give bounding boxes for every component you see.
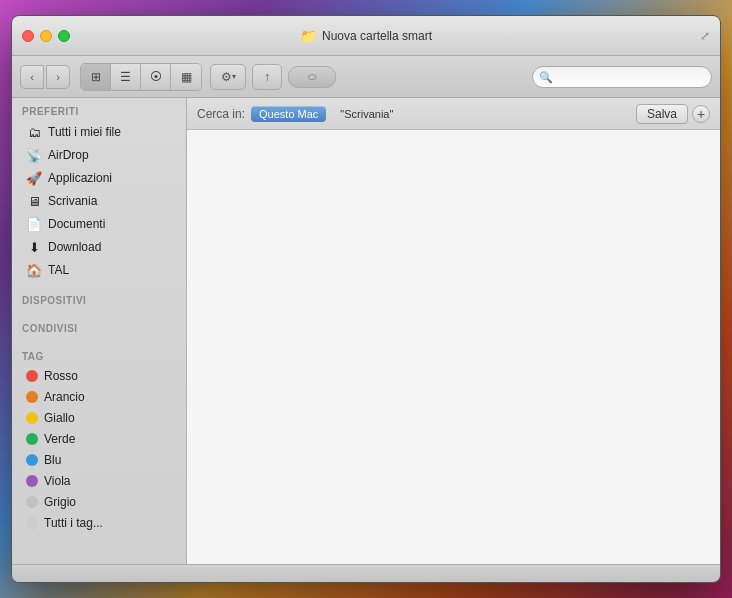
- dispositivi-section-label: DISPOSITIVI: [12, 287, 186, 309]
- sidebar-item-label: Grigio: [44, 495, 76, 509]
- sidebar-item-label: Blu: [44, 453, 61, 467]
- airdrop-icon: 📡: [26, 147, 42, 163]
- download-icon: ⬇: [26, 239, 42, 255]
- sidebar-item-applicazioni[interactable]: 🚀 Applicazioni: [16, 167, 182, 189]
- window-title: 📁 Nuova cartella smart: [300, 28, 432, 44]
- sidebar-item-label: Giallo: [44, 411, 75, 425]
- sidebar-item-documenti[interactable]: 📄 Documenti: [16, 213, 182, 235]
- search-container: 🔍: [532, 66, 712, 88]
- title-text: Nuova cartella smart: [322, 29, 432, 43]
- sidebar-item-label: Tutti i tag...: [44, 516, 103, 530]
- sidebar-item-tutti-miei-file[interactable]: 🗂 Tutti i miei file: [16, 121, 182, 143]
- arancio-dot: [26, 391, 38, 403]
- sidebar-item-tutti-tag[interactable]: Tutti i tag...: [16, 513, 182, 533]
- blu-dot: [26, 454, 38, 466]
- sidebar-item-label: Scrivania: [48, 194, 97, 208]
- maximize-button[interactable]: [58, 30, 70, 42]
- titlebar: 📁 Nuova cartella smart ⤢: [12, 16, 720, 56]
- gear-icon: ⚙: [221, 70, 232, 84]
- documenti-icon: 📄: [26, 216, 42, 232]
- action-button[interactable]: ⚙ ▾: [210, 64, 246, 90]
- search-input[interactable]: [532, 66, 712, 88]
- tal-icon: 🏠: [26, 262, 42, 278]
- traffic-lights: [22, 30, 70, 42]
- sidebar-item-viola[interactable]: Viola: [16, 471, 182, 491]
- column-view-button[interactable]: ⦿: [141, 64, 171, 90]
- verde-dot: [26, 433, 38, 445]
- list-view-button[interactable]: ☰: [111, 64, 141, 90]
- tag-section-label: TAG: [12, 343, 186, 365]
- minimize-button[interactable]: [40, 30, 52, 42]
- sidebar-item-tal[interactable]: 🏠 TAL: [16, 259, 182, 281]
- applicazioni-icon: 🚀: [26, 170, 42, 186]
- sidebar-item-label: AirDrop: [48, 148, 89, 162]
- sidebar-item-arancio[interactable]: Arancio: [16, 387, 182, 407]
- finder-window: 📁 Nuova cartella smart ⤢ ‹ › ⊞ ☰ ⦿: [11, 15, 721, 583]
- sidebar-item-label: TAL: [48, 263, 69, 277]
- cover-view-button[interactable]: ▦: [171, 64, 201, 90]
- sidebar-item-rosso[interactable]: Rosso: [16, 366, 182, 386]
- cover-view-icon: ▦: [181, 70, 192, 84]
- grigio-dot: [26, 496, 38, 508]
- close-button[interactable]: [22, 30, 34, 42]
- salva-button[interactable]: Salva: [636, 104, 688, 124]
- tutti-miei-file-icon: 🗂: [26, 124, 42, 140]
- sidebar-item-verde[interactable]: Verde: [16, 429, 182, 449]
- tag-button[interactable]: ⬭: [288, 66, 336, 88]
- sidebar-item-blu[interactable]: Blu: [16, 450, 182, 470]
- search-icon: 🔍: [539, 70, 553, 83]
- scope-scrivania-button[interactable]: "Scrivania": [332, 106, 401, 122]
- condivisi-section-label: CONDIVISI: [12, 315, 186, 337]
- forward-icon: ›: [56, 71, 60, 83]
- save-area: Salva +: [636, 104, 710, 124]
- nav-buttons: ‹ ›: [20, 65, 70, 89]
- scope-questo-mac-button[interactable]: Questo Mac: [251, 106, 326, 122]
- forward-button[interactable]: ›: [46, 65, 70, 89]
- back-button[interactable]: ‹: [20, 65, 44, 89]
- add-button[interactable]: +: [692, 105, 710, 123]
- sidebar-item-label: Verde: [44, 432, 75, 446]
- sidebar-item-label: Applicazioni: [48, 171, 112, 185]
- search-area: Cerca in: Questo Mac "Scrivania" Salva +: [187, 98, 720, 564]
- rosso-dot: [26, 370, 38, 382]
- main-area: PREFERITI 🗂 Tutti i miei file 📡 AirDrop …: [12, 98, 720, 564]
- viola-dot: [26, 475, 38, 487]
- icon-view-button[interactable]: ⊞: [81, 64, 111, 90]
- sidebar-item-label: Tutti i miei file: [48, 125, 121, 139]
- back-icon: ‹: [30, 71, 34, 83]
- tutti-tag-dot: [26, 517, 38, 529]
- folder-icon: 📁: [300, 28, 317, 44]
- sidebar-item-scrivania[interactable]: 🖥 Scrivania: [16, 190, 182, 212]
- sidebar-item-grigio[interactable]: Grigio: [16, 492, 182, 512]
- tag-icon: ⬭: [308, 71, 317, 83]
- sidebar-item-label: Documenti: [48, 217, 105, 231]
- bottom-bar: [12, 564, 720, 582]
- resize-icon[interactable]: ⤢: [700, 29, 710, 43]
- sidebar-item-label: Viola: [44, 474, 70, 488]
- content-area: [187, 130, 720, 564]
- view-buttons: ⊞ ☰ ⦿ ▦: [80, 63, 202, 91]
- column-view-icon: ⦿: [150, 70, 162, 84]
- share-button[interactable]: ↑: [252, 64, 282, 90]
- icon-view-icon: ⊞: [91, 70, 101, 84]
- sidebar-item-label: Download: [48, 240, 101, 254]
- sidebar: PREFERITI 🗂 Tutti i miei file 📡 AirDrop …: [12, 98, 187, 564]
- preferiti-section-label: PREFERITI: [12, 98, 186, 120]
- search-scope-bar: Cerca in: Questo Mac "Scrivania" Salva +: [187, 98, 720, 130]
- scrivania-icon: 🖥: [26, 193, 42, 209]
- sidebar-item-airdrop[interactable]: 📡 AirDrop: [16, 144, 182, 166]
- share-icon: ↑: [264, 70, 270, 84]
- toolbar: ‹ › ⊞ ☰ ⦿ ▦ ⚙ ▾ ↑: [12, 56, 720, 98]
- sidebar-item-giallo[interactable]: Giallo: [16, 408, 182, 428]
- giallo-dot: [26, 412, 38, 424]
- sidebar-item-download[interactable]: ⬇ Download: [16, 236, 182, 258]
- sidebar-item-label: Rosso: [44, 369, 78, 383]
- sidebar-item-label: Arancio: [44, 390, 85, 404]
- cerca-label: Cerca in:: [197, 107, 245, 121]
- list-view-icon: ☰: [120, 70, 131, 84]
- action-dropdown-icon: ▾: [232, 72, 236, 81]
